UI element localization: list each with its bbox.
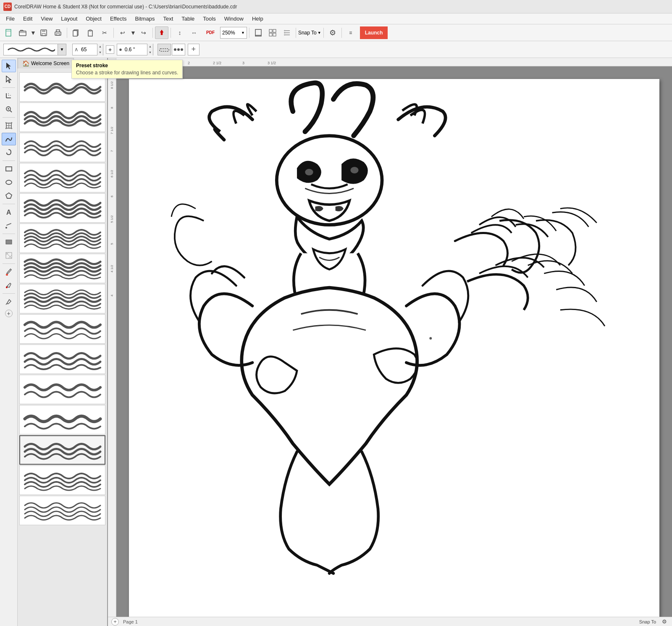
guidelines-button[interactable] — [280, 26, 294, 39]
stroke-item-9[interactable] — [19, 314, 105, 344]
zoom-tool[interactable] — [2, 103, 16, 116]
svg-rect-41 — [6, 167, 12, 171]
save-button[interactable] — [37, 26, 50, 39]
text-tool[interactable]: A — [2, 206, 16, 218]
undo-dropdown[interactable]: ▼ — [130, 26, 136, 39]
menu-table[interactable]: Table — [177, 15, 199, 23]
workspace-button[interactable]: ≡ — [344, 26, 357, 39]
angle-down[interactable]: ▼ — [97, 50, 103, 55]
transform-tool[interactable] — [2, 119, 16, 132]
stroke-item-5[interactable] — [19, 193, 105, 223]
print-button[interactable] — [51, 26, 65, 39]
snap-settings[interactable]: ⚙ — [660, 618, 669, 626]
stroke-item-13[interactable] — [19, 435, 105, 465]
size-input[interactable] — [124, 47, 147, 53]
angle-input[interactable] — [80, 47, 97, 53]
menu-text[interactable]: Text — [159, 15, 177, 23]
zoom-dropdown-arrow[interactable]: ▼ — [241, 31, 245, 35]
size-field[interactable]: ● ▲ ▼ — [117, 44, 153, 55]
copy-button[interactable] — [69, 26, 83, 39]
stroke-style-button[interactable] — [158, 44, 171, 55]
stroke-item-10[interactable] — [19, 345, 105, 374]
menu-tools[interactable]: Tools — [199, 15, 220, 23]
welcome-screen-tab[interactable]: 🏠 Welcome Screen — [18, 58, 74, 68]
ruler-top: 1 1 1/2 2 2 1/2 3 3 1/2 — [108, 58, 672, 66]
zoom-control[interactable]: 250% ▼ — [220, 27, 247, 39]
angle-up[interactable]: ▲ — [97, 44, 103, 50]
fit-page-button[interactable]: ↕ — [173, 26, 186, 39]
launch-button[interactable]: Launch — [360, 26, 388, 39]
size-up[interactable]: ▲ — [147, 44, 153, 50]
size-spin[interactable]: ▲ ▼ — [147, 44, 153, 55]
add-stroke-button[interactable]: + — [188, 44, 200, 55]
stroke-item-4[interactable] — [19, 163, 105, 192]
fill-rect-tool[interactable] — [2, 236, 16, 248]
stroke-item-6[interactable] — [19, 224, 105, 253]
stroke-item-3[interactable] — [19, 133, 105, 162]
new-button[interactable] — [2, 26, 15, 39]
menu-window[interactable]: Window — [220, 15, 248, 23]
transparency-tool[interactable] — [2, 249, 16, 262]
main-toolbar: ▼ ✂ ↩ ▼ ↪ ↕ ↔ PDF 250% ▼ Snap To ▼ ⚙ — [0, 24, 672, 41]
eyedropper-tool[interactable] — [2, 266, 16, 278]
callout-tool[interactable] — [2, 219, 16, 232]
menu-edit[interactable]: Edit — [19, 15, 37, 23]
menu-view[interactable]: View — [37, 15, 57, 23]
page-size-button[interactable] — [252, 26, 265, 39]
menu-layout[interactable]: Layout — [57, 15, 81, 23]
menu-file[interactable]: File — [2, 15, 19, 23]
rectangle-tool[interactable] — [2, 163, 16, 175]
redo-button[interactable]: ↪ — [137, 26, 150, 39]
select-tool[interactable] — [2, 60, 16, 72]
stroke-item-8[interactable] — [19, 284, 105, 313]
preset-stroke-select[interactable]: ▼ — [3, 44, 66, 55]
paint-bucket-tool[interactable] — [2, 279, 16, 292]
grid-button[interactable] — [266, 26, 279, 39]
pen-tool[interactable] — [2, 295, 16, 308]
size-icon: ● — [117, 46, 124, 53]
svg-point-55 — [277, 136, 382, 225]
open-button[interactable] — [16, 26, 29, 39]
svg-rect-52 — [6, 274, 8, 276]
angle-lock-button[interactable]: + — [106, 45, 114, 54]
hook-tool[interactable] — [2, 146, 16, 159]
stroke-item-11[interactable] — [19, 375, 105, 404]
crop-tool[interactable] — [2, 89, 16, 102]
content-area: 🏠 Welcome Screen — [18, 58, 672, 626]
freehand-tool[interactable] — [2, 133, 16, 145]
stroke-item-14[interactable] — [19, 466, 105, 495]
stroke-item-7[interactable] — [19, 254, 105, 283]
import-button[interactable] — [155, 26, 168, 39]
snap-label: Snap To — [639, 619, 656, 624]
menu-effects[interactable]: Effects — [106, 15, 131, 23]
menu-bitmaps[interactable]: Bitmaps — [131, 15, 159, 23]
ellipse-tool[interactable] — [2, 176, 16, 189]
stroke-item-2[interactable] — [19, 103, 105, 132]
toolbar-sep-2 — [113, 28, 114, 38]
pdf-button[interactable]: PDF — [202, 26, 219, 39]
size-down[interactable]: ▼ — [147, 50, 153, 55]
add-tool-button[interactable]: + — [5, 310, 13, 317]
stroke-select-arrow-icon[interactable]: ▼ — [58, 44, 66, 55]
stroke-nodes-button[interactable] — [172, 44, 185, 55]
drawing-canvas[interactable] — [129, 79, 659, 626]
options-button[interactable]: ⚙ — [326, 26, 339, 39]
home-icon: 🏠 — [22, 60, 29, 67]
undo-button[interactable]: ↩ — [116, 26, 129, 39]
fit-width-button[interactable]: ↔ — [187, 26, 201, 39]
angle-field[interactable]: ∧ ▲ ▼ — [72, 44, 103, 55]
menu-help[interactable]: Help — [248, 15, 268, 23]
svg-rect-0 — [6, 29, 11, 36]
snap-to-arrow[interactable]: ▼ — [318, 31, 321, 35]
angle-spin[interactable]: ▲ ▼ — [97, 44, 103, 55]
menu-object[interactable]: Object — [81, 15, 106, 23]
open-dropdown[interactable]: ▼ — [30, 26, 36, 39]
cut-button[interactable]: ✂ — [98, 26, 111, 39]
stroke-item-12[interactable] — [19, 405, 105, 434]
paste-button[interactable] — [84, 26, 97, 39]
polygon-tool[interactable] — [2, 189, 16, 202]
stroke-item-15[interactable] — [19, 496, 105, 525]
node-tool[interactable] — [2, 73, 16, 86]
ruler-left: 8 1/2 8 7 1/2 7 6 1/2 6 5 1/2 5 4 1/2 4 — [108, 66, 116, 626]
add-page-button[interactable]: + — [111, 618, 119, 626]
